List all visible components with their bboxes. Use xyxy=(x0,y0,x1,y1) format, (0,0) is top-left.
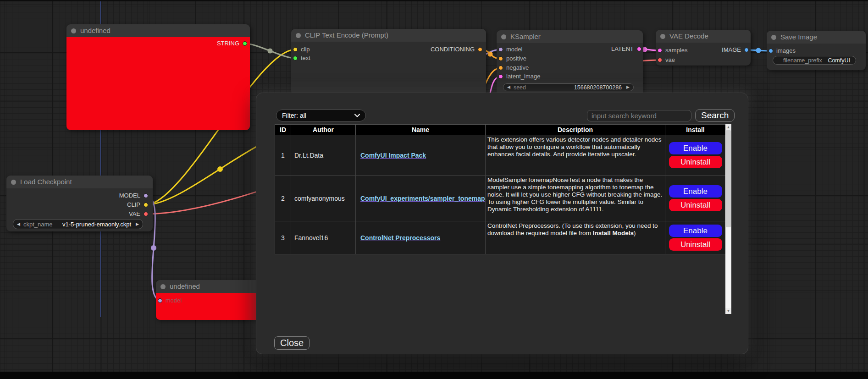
extension-name-cell: ControlNet Preprocessors xyxy=(356,221,486,254)
extension-id-cell: 1 xyxy=(275,135,291,176)
scroll-down-icon[interactable]: ▼ xyxy=(725,308,731,314)
extension-description-cell: ControlNet Preprocessors. (To use this e… xyxy=(486,221,665,254)
input-port-negative[interactable]: negative xyxy=(498,65,529,71)
scrollbar-thumb[interactable] xyxy=(726,130,731,227)
input-port-samples[interactable]: samples xyxy=(658,48,687,53)
enable-button[interactable]: Enable xyxy=(669,142,722,154)
node-collapse-dot[interactable] xyxy=(501,34,506,39)
port-dot[interactable] xyxy=(658,48,662,53)
node-title-bar[interactable]: undefined xyxy=(156,280,261,293)
input-port-positive[interactable]: positive xyxy=(498,56,526,61)
node-load-checkpoint[interactable]: Load Checkpoint MODEL CLIP VAE ◀ ckpt_na… xyxy=(6,176,153,231)
node-title-bar[interactable]: Save Image xyxy=(767,31,866,44)
port-dot[interactable] xyxy=(293,56,298,60)
node-title-bar[interactable]: VAE Decode xyxy=(656,30,751,43)
filename-prefix-widget[interactable]: filename_prefix ComfyUI xyxy=(773,56,856,65)
port-dot[interactable] xyxy=(768,49,773,53)
port-dot[interactable] xyxy=(637,47,641,51)
table-row: 3Fannovel16ControlNet PreprocessorsContr… xyxy=(275,221,726,254)
output-port-conditioning[interactable]: CONDITIONING xyxy=(431,47,482,52)
port-dot[interactable] xyxy=(243,41,247,46)
extension-table-body: 1Dr.Lt.DataComfyUI Impact PackThis exten… xyxy=(275,135,726,254)
node-title: undefined xyxy=(170,282,200,290)
node-vae-decode[interactable]: VAE Decode samples vae IMAGE xyxy=(656,30,751,66)
search-input[interactable] xyxy=(587,110,691,121)
output-port-image[interactable]: IMAGE xyxy=(722,47,749,53)
port-dot[interactable] xyxy=(498,47,503,52)
extension-description-cell: ModelSamplerTonemapNoiseTest a node that… xyxy=(486,176,665,221)
extension-author-cell: comfyanonymous xyxy=(291,176,356,221)
extension-link[interactable]: ComfyUI Impact Pack xyxy=(360,152,426,159)
port-dot[interactable] xyxy=(144,203,148,207)
port-dot[interactable] xyxy=(158,298,162,303)
node-collapse-dot[interactable] xyxy=(160,284,166,289)
node-title-bar[interactable]: CLIP Text Encode (Prompt) xyxy=(291,29,486,42)
input-port-clip[interactable]: clip xyxy=(293,47,310,52)
port-dot[interactable] xyxy=(144,193,148,198)
increment-arrow-icon[interactable]: ▶ xyxy=(626,85,630,89)
input-port-model[interactable]: model xyxy=(498,47,522,52)
enable-button[interactable]: Enable xyxy=(669,225,722,237)
node-undefined-bottom[interactable]: undefined model xyxy=(156,280,261,320)
table-scrollbar[interactable]: ▲ ▼ xyxy=(725,124,731,314)
table-row: 2comfyanonymousComfyUI_experiments/sampl… xyxy=(275,176,726,221)
filename-prefix-value: ComfyUI xyxy=(822,57,850,64)
input-port-model[interactable]: model xyxy=(158,298,182,303)
port-dot[interactable] xyxy=(498,56,503,61)
port-dot[interactable] xyxy=(293,47,298,52)
node-collapse-dot[interactable] xyxy=(71,28,76,33)
header-description: Description xyxy=(486,125,665,135)
output-port-vae[interactable]: VAE xyxy=(129,211,148,217)
node-title: VAE Decode xyxy=(669,32,708,40)
node-title: Load Checkpoint xyxy=(20,178,72,186)
chevron-down-icon xyxy=(354,114,360,117)
output-port-model[interactable]: MODEL xyxy=(119,193,148,198)
ckpt-name-widget[interactable]: ◀ ckpt_name v1-5-pruned-emaonly.ckpt ▶ xyxy=(13,219,143,229)
input-port-vae[interactable]: vae xyxy=(658,57,675,63)
port-dot[interactable] xyxy=(498,74,503,79)
node-collapse-dot[interactable] xyxy=(771,35,776,40)
extension-id-cell: 2 xyxy=(275,176,291,221)
search-button[interactable]: Search xyxy=(695,109,735,122)
node-collapse-dot[interactable] xyxy=(11,180,16,185)
node-collapse-dot[interactable] xyxy=(660,34,665,39)
port-dot[interactable] xyxy=(478,47,482,52)
seed-widget[interactable]: ◀ seed 156680208700286 ▶ xyxy=(503,83,634,91)
node-clip-text-encode[interactable]: CLIP Text Encode (Prompt) clip text COND… xyxy=(291,29,486,95)
uninstall-button[interactable]: Uninstall xyxy=(669,199,722,211)
node-error-body xyxy=(66,37,250,130)
header-id: ID xyxy=(275,125,291,135)
extension-link[interactable]: ControlNet Preprocessors xyxy=(360,234,440,242)
next-arrow-icon[interactable]: ▶ xyxy=(136,222,139,226)
close-button[interactable]: Close xyxy=(274,336,310,350)
node-ksampler[interactable]: KSampler model positive negative latent_… xyxy=(497,30,643,96)
port-dot[interactable] xyxy=(144,212,148,216)
enable-button[interactable]: Enable xyxy=(669,185,722,198)
extension-author-cell: Dr.Lt.Data xyxy=(291,135,356,176)
extension-link[interactable]: ComfyUI_experiments/sampler_tonemap xyxy=(360,195,485,202)
extension-install-cell: EnableUninstall xyxy=(665,176,726,221)
extension-table: ID Author Name Description Install 1Dr.L… xyxy=(275,124,726,254)
uninstall-button[interactable]: Uninstall xyxy=(669,238,722,251)
node-title-bar[interactable]: undefined xyxy=(66,24,250,37)
node-collapse-dot[interactable] xyxy=(296,33,301,38)
port-dot[interactable] xyxy=(498,66,503,70)
comfyui-canvas[interactable]: undefined STRING CLIP Text Encode (Promp… xyxy=(0,0,868,379)
port-dot[interactable] xyxy=(658,58,662,62)
port-dot[interactable] xyxy=(744,48,749,52)
filter-select[interactable]: Filter: all xyxy=(276,110,366,121)
node-undefined-top[interactable]: undefined STRING xyxy=(66,24,250,130)
scroll-up-icon[interactable]: ▲ xyxy=(725,124,731,130)
output-port-latent[interactable]: LATENT xyxy=(611,46,641,52)
node-title-bar[interactable]: KSampler xyxy=(497,30,643,43)
output-port-clip[interactable]: CLIP xyxy=(127,202,148,208)
input-port-images[interactable]: images xyxy=(768,48,796,54)
input-port-latent-image[interactable]: latent_image xyxy=(498,74,540,79)
input-port-text[interactable]: text xyxy=(293,55,310,61)
node-title-bar[interactable]: Load Checkpoint xyxy=(6,176,153,188)
uninstall-button[interactable]: Uninstall xyxy=(669,156,722,168)
node-save-image[interactable]: Save Image images filename_prefix ComfyU… xyxy=(767,31,866,70)
decrement-arrow-icon[interactable]: ◀ xyxy=(507,85,510,89)
output-port-string[interactable]: STRING xyxy=(217,41,247,46)
previous-arrow-icon[interactable]: ◀ xyxy=(17,222,20,226)
